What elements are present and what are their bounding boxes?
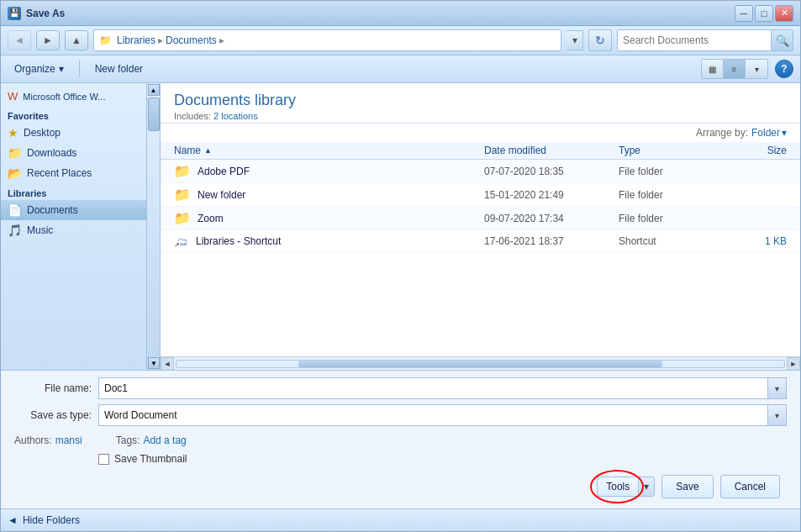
folder-icon: 📁 <box>174 187 191 203</box>
view-list-button[interactable]: ≡ <box>724 60 746 78</box>
scroll-track[interactable] <box>176 360 785 368</box>
window-controls: ─ □ ✕ <box>735 5 793 22</box>
arrange-value-link[interactable]: Folder <box>751 127 780 139</box>
minimize-button[interactable]: ─ <box>735 5 753 22</box>
cancel-button[interactable]: Cancel <box>720 475 780 498</box>
file-name-cell: 🗂 ↗ Libraries - Shortcut <box>174 234 484 249</box>
file-name: Adobe PDF <box>198 166 250 177</box>
table-row[interactable]: 📁 New folder 15-01-2020 21:49 File folde… <box>161 183 800 207</box>
filename-row: File name: ▾ <box>14 377 787 399</box>
bc-sep-1: ▸ <box>158 34 163 46</box>
sidebar-item-music[interactable]: 🎵 Music <box>1 220 160 240</box>
breadcrumb-bar[interactable]: 📁 Libraries ▸ Documents ▸ <box>93 29 561 51</box>
folder-icon: 📁 <box>174 210 191 226</box>
sidebar-item-downloads[interactable]: 📁 Downloads <box>1 143 160 163</box>
file-area-header: Documents library Includes: 2 locations <box>161 83 800 124</box>
column-headers: Name ▲ Date modified Type Size <box>161 142 800 160</box>
filetype-input[interactable] <box>98 404 768 426</box>
organize-label: Organize <box>14 63 55 75</box>
file-name-cell: 📁 Zoom <box>174 210 484 226</box>
sidebar-item-ms-office[interactable]: W Microsoft Office W... <box>1 87 160 106</box>
save-button[interactable]: Save <box>661 475 713 498</box>
table-row[interactable]: 📁 Adobe PDF 07-07-2020 18:35 File folder <box>161 160 800 183</box>
col-header-size[interactable]: Size <box>719 145 787 156</box>
file-list: 📁 Adobe PDF 07-07-2020 18:35 File folder… <box>161 160 800 356</box>
sidebar-downloads-label: Downloads <box>27 147 76 159</box>
table-row[interactable]: 🗂 ↗ Libraries - Shortcut 17-06-2021 18:3… <box>161 230 800 253</box>
view-grid-button[interactable]: ▦ <box>702 60 724 78</box>
tools-arrow-button[interactable]: ▾ <box>638 477 655 497</box>
sidebar-item-documents[interactable]: 📄 Documents <box>1 200 160 220</box>
filetype-input-wrap: ▾ <box>98 404 787 426</box>
tools-main-button[interactable]: Tools <box>597 477 638 497</box>
add-tag-link[interactable]: Add a tag <box>143 435 186 446</box>
locations-link[interactable]: 2 locations <box>213 111 258 121</box>
hide-folders-arrow: ◄ <box>8 514 18 526</box>
new-folder-button[interactable]: New folder <box>88 61 150 77</box>
scroll-right-button[interactable]: ► <box>787 357 800 371</box>
up-button[interactable]: ▲ <box>65 30 88 50</box>
sidebar-scrollbar[interactable]: ▲ ▼ <box>146 83 160 370</box>
col-header-date[interactable]: Date modified <box>484 145 619 156</box>
file-date: 15-01-2020 21:49 <box>484 189 619 201</box>
file-name-cell: 📁 New folder <box>174 187 484 203</box>
file-name-cell: 📁 Adobe PDF <box>174 163 484 179</box>
sidebar-scroll-up[interactable]: ▲ <box>148 84 160 96</box>
breadcrumb-documents[interactable]: Documents <box>166 34 217 46</box>
favorites-label: Favorites <box>8 111 49 121</box>
close-button[interactable]: ✕ <box>775 5 793 22</box>
organize-button[interactable]: Organize ▾ <box>8 61 71 77</box>
sidebar-item-desktop[interactable]: ★ Desktop <box>1 123 160 143</box>
file-date: 09-07-2020 17:34 <box>484 213 619 224</box>
save-thumbnail-checkbox[interactable] <box>98 454 109 465</box>
organize-arrow: ▾ <box>59 63 64 75</box>
file-name: Zoom <box>198 213 224 224</box>
refresh-button[interactable]: ↻ <box>588 29 612 51</box>
col-header-name[interactable]: Name ▲ <box>174 145 484 156</box>
scroll-left-button[interactable]: ◄ <box>161 357 174 371</box>
action-row: Tools ▾ Save Cancel <box>14 468 787 502</box>
ms-office-icon: W <box>8 90 18 103</box>
save-as-dialog: 💾 Save As ─ □ ✕ ◄ ► ▲ 📁 Libraries ▸ Docu… <box>0 0 801 532</box>
file-area: Documents library Includes: 2 locations … <box>161 83 800 370</box>
authors-label: Authors: <box>14 435 52 446</box>
filename-input[interactable] <box>98 377 768 399</box>
authors-value: mansi <box>55 435 82 446</box>
tools-button-group: Tools ▾ <box>597 475 655 498</box>
sidebar: W Microsoft Office W... Favorites ★ Desk… <box>1 83 161 370</box>
includes-label: Includes: <box>174 111 211 121</box>
hide-folders-bar[interactable]: ◄ Hide Folders <box>1 508 800 531</box>
filename-dropdown[interactable]: ▾ <box>768 377 787 399</box>
toolbar: Organize ▾ New folder ▦ ≡ ▾ ? <box>1 55 800 83</box>
col-header-type[interactable]: Type <box>619 145 719 156</box>
title-bar: 💾 Save As ─ □ ✕ <box>1 1 800 26</box>
forward-button[interactable]: ► <box>36 30 60 50</box>
file-type: File folder <box>619 189 719 201</box>
sidebar-item-recent-places[interactable]: 📂 Recent Places <box>1 163 160 183</box>
back-button[interactable]: ◄ <box>8 30 31 50</box>
music-lib-icon: 🎵 <box>8 224 22 237</box>
filetype-dropdown[interactable]: ▾ <box>768 404 787 426</box>
search-input[interactable] <box>618 34 771 46</box>
search-button[interactable]: 🔍 <box>771 30 793 50</box>
sidebar-recent-label: Recent Places <box>27 167 92 179</box>
app-icon: 💾 <box>8 7 21 20</box>
sidebar-scroll-thumb[interactable] <box>148 97 160 131</box>
save-thumbnail-label: Save Thumbnail <box>114 453 187 465</box>
sidebar-scroll-down[interactable]: ▼ <box>148 357 160 369</box>
meta-row: Authors: mansi Tags: Add a tag <box>14 431 787 450</box>
breadcrumb-dropdown[interactable]: ▾ <box>566 30 583 50</box>
sort-arrow: ▲ <box>204 146 212 155</box>
help-button[interactable]: ? <box>775 60 793 78</box>
file-type: File folder <box>619 166 719 177</box>
table-row[interactable]: 📁 Zoom 09-07-2020 17:34 File folder <box>161 207 800 230</box>
hide-folders-label: Hide Folders <box>23 514 80 526</box>
file-date: 17-06-2021 18:37 <box>484 235 619 247</box>
maximize-button[interactable]: □ <box>755 5 773 22</box>
arrange-arrow: ▾ <box>782 127 787 139</box>
breadcrumb-libraries[interactable]: Libraries <box>117 34 155 46</box>
library-title: Documents library <box>174 92 787 109</box>
downloads-folder-icon: 📁 <box>8 146 22 160</box>
file-size: 1 KB <box>719 235 787 247</box>
view-details-dropdown[interactable]: ▾ <box>746 60 767 78</box>
